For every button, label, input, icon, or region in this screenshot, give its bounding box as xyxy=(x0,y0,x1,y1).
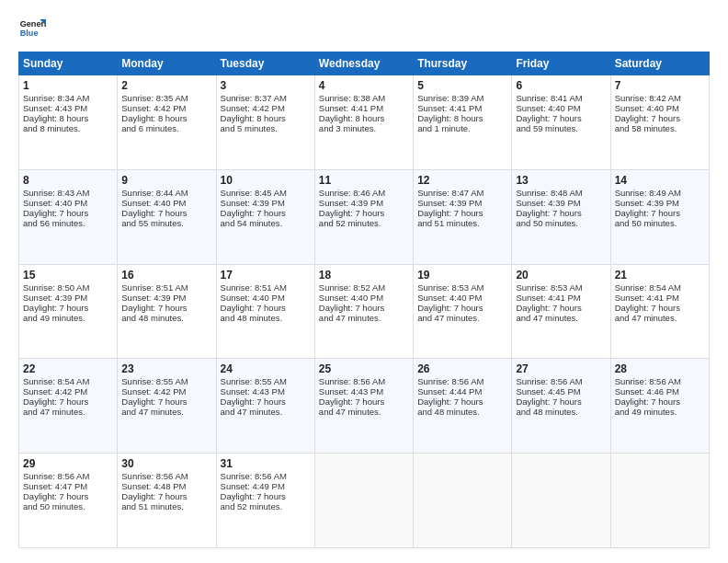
day-info-line: Daylight: 7 hours xyxy=(221,396,311,407)
calendar-cell: 8Sunrise: 8:43 AMSunset: 4:40 PMDaylight… xyxy=(19,169,118,264)
calendar-cell: 26Sunrise: 8:56 AMSunset: 4:44 PMDayligh… xyxy=(414,359,512,454)
calendar-cell: 21Sunrise: 8:54 AMSunset: 4:41 PMDayligh… xyxy=(610,264,709,359)
calendar-cell: 14Sunrise: 8:49 AMSunset: 4:39 PMDayligh… xyxy=(610,169,709,264)
day-info-line: Daylight: 7 hours xyxy=(121,208,211,218)
day-info-line: Sunset: 4:42 PM xyxy=(221,103,311,113)
calendar-cell: 2Sunrise: 8:35 AMSunset: 4:42 PMDaylight… xyxy=(118,75,216,170)
day-info-line: Sunset: 4:41 PM xyxy=(615,293,705,303)
day-info-line: Daylight: 7 hours xyxy=(121,396,211,407)
day-info-line: Daylight: 7 hours xyxy=(516,303,606,313)
day-number: 28 xyxy=(615,362,705,375)
calendar-cell: 13Sunrise: 8:48 AMSunset: 4:39 PMDayligh… xyxy=(512,169,610,264)
calendar-cell: 9Sunrise: 8:44 AMSunset: 4:40 PMDaylight… xyxy=(118,169,216,264)
calendar-cell: 22Sunrise: 8:54 AMSunset: 4:42 PMDayligh… xyxy=(19,359,118,454)
day-info-line: Daylight: 7 hours xyxy=(417,208,507,218)
day-info-line: Sunset: 4:40 PM xyxy=(23,198,113,208)
weekday-header-tuesday: Tuesday xyxy=(216,52,314,75)
calendar-cell: 23Sunrise: 8:55 AMSunset: 4:42 PMDayligh… xyxy=(118,359,216,454)
logo: General Blue xyxy=(18,15,46,42)
day-info-line: Sunset: 4:40 PM xyxy=(319,293,409,303)
day-number: 5 xyxy=(417,79,507,92)
day-number: 7 xyxy=(615,79,705,92)
day-info-line: Sunset: 4:39 PM xyxy=(221,198,311,208)
day-info-line: Daylight: 8 hours xyxy=(121,113,211,123)
calendar-cell: 10Sunrise: 8:45 AMSunset: 4:39 PMDayligh… xyxy=(216,169,314,264)
day-info-line: Sunrise: 8:56 AM xyxy=(615,376,705,386)
day-info-line: Sunset: 4:39 PM xyxy=(615,198,705,208)
day-info-line: Daylight: 7 hours xyxy=(615,396,705,407)
day-info-line: Sunrise: 8:37 AM xyxy=(221,93,311,103)
calendar-cell: 19Sunrise: 8:53 AMSunset: 4:40 PMDayligh… xyxy=(414,264,512,359)
day-info-line: Sunset: 4:39 PM xyxy=(23,293,113,303)
day-info-line: Sunrise: 8:46 AM xyxy=(319,188,409,198)
header: General Blue xyxy=(18,15,710,42)
day-info-line: and 50 minutes. xyxy=(516,218,606,228)
day-info-line: Daylight: 7 hours xyxy=(516,396,606,407)
day-number: 4 xyxy=(319,79,409,92)
day-info-line: Daylight: 7 hours xyxy=(23,396,113,407)
svg-text:Blue: Blue xyxy=(20,29,39,38)
day-info-line: Sunrise: 8:51 AM xyxy=(121,282,211,293)
day-info-line: Sunrise: 8:50 AM xyxy=(23,282,113,293)
calendar-header-row: SundayMondayTuesdayWednesdayThursdayFrid… xyxy=(19,52,710,75)
calendar-cell: 4Sunrise: 8:38 AMSunset: 4:41 PMDaylight… xyxy=(314,75,413,170)
day-info-line: Daylight: 7 hours xyxy=(23,208,113,218)
day-info-line: Sunset: 4:39 PM xyxy=(319,198,409,208)
day-number: 21 xyxy=(615,269,705,282)
day-info-line: Sunrise: 8:53 AM xyxy=(417,282,507,293)
calendar-week-2: 8Sunrise: 8:43 AMSunset: 4:40 PMDaylight… xyxy=(19,169,710,264)
day-number: 13 xyxy=(516,174,606,187)
day-info-line: Sunset: 4:40 PM xyxy=(121,198,211,208)
day-number: 19 xyxy=(417,269,507,282)
day-info-line: Daylight: 7 hours xyxy=(221,303,311,313)
day-info-line: Sunset: 4:49 PM xyxy=(221,481,311,491)
day-info-line: Sunrise: 8:49 AM xyxy=(615,188,705,198)
day-info-line: and 48 minutes. xyxy=(221,313,311,323)
day-info-line: Sunrise: 8:56 AM xyxy=(221,471,311,481)
calendar-cell: 7Sunrise: 8:42 AMSunset: 4:40 PMDaylight… xyxy=(610,75,709,170)
day-number: 12 xyxy=(417,174,507,187)
day-info-line: Sunset: 4:47 PM xyxy=(23,481,113,491)
day-info-line: Sunset: 4:42 PM xyxy=(23,386,113,396)
day-info-line: and 8 minutes. xyxy=(23,123,113,133)
logo-icon: General Blue xyxy=(18,15,46,42)
calendar-cell: 24Sunrise: 8:55 AMSunset: 4:43 PMDayligh… xyxy=(216,359,314,454)
day-info-line: Sunrise: 8:55 AM xyxy=(121,376,211,386)
day-info-line: Sunset: 4:44 PM xyxy=(417,386,507,396)
day-info-line: Sunrise: 8:56 AM xyxy=(319,376,409,386)
day-number: 1 xyxy=(23,79,113,92)
day-info-line: Sunset: 4:39 PM xyxy=(516,198,606,208)
day-number: 31 xyxy=(221,457,311,470)
day-info-line: Daylight: 7 hours xyxy=(221,491,311,501)
day-info-line: and 52 minutes. xyxy=(221,501,311,511)
calendar-week-5: 29Sunrise: 8:56 AMSunset: 4:47 PMDayligh… xyxy=(19,454,710,548)
day-info-line: Sunrise: 8:35 AM xyxy=(121,93,211,103)
day-info-line: Sunrise: 8:48 AM xyxy=(516,188,606,198)
day-info-line: and 47 minutes. xyxy=(221,407,311,417)
day-info-line: Sunset: 4:48 PM xyxy=(121,481,211,491)
weekday-header-sunday: Sunday xyxy=(19,52,118,75)
day-info-line: Daylight: 7 hours xyxy=(121,491,211,501)
day-info-line: and 49 minutes. xyxy=(23,313,113,323)
day-info-line: Sunrise: 8:54 AM xyxy=(23,376,113,386)
calendar-cell xyxy=(414,454,512,548)
day-info-line: Daylight: 7 hours xyxy=(615,303,705,313)
day-info-line: Sunset: 4:41 PM xyxy=(516,293,606,303)
day-info-line: Sunrise: 8:53 AM xyxy=(516,282,606,293)
day-info-line: and 48 minutes. xyxy=(516,407,606,417)
weekday-header-saturday: Saturday xyxy=(610,52,709,75)
day-info-line: Sunset: 4:41 PM xyxy=(417,103,507,113)
day-info-line: Sunrise: 8:41 AM xyxy=(516,93,606,103)
day-number: 3 xyxy=(221,79,311,92)
day-info-line: Sunset: 4:45 PM xyxy=(516,386,606,396)
day-info-line: Sunset: 4:39 PM xyxy=(121,293,211,303)
day-info-line: and 58 minutes. xyxy=(615,123,705,133)
calendar-cell: 31Sunrise: 8:56 AMSunset: 4:49 PMDayligh… xyxy=(216,454,314,548)
day-info-line: and 54 minutes. xyxy=(221,218,311,228)
day-number: 17 xyxy=(221,269,311,282)
day-info-line: and 59 minutes. xyxy=(516,123,606,133)
day-number: 24 xyxy=(221,362,311,375)
day-info-line: Daylight: 8 hours xyxy=(221,113,311,123)
day-info-line: Sunrise: 8:51 AM xyxy=(221,282,311,293)
day-number: 30 xyxy=(121,457,211,470)
